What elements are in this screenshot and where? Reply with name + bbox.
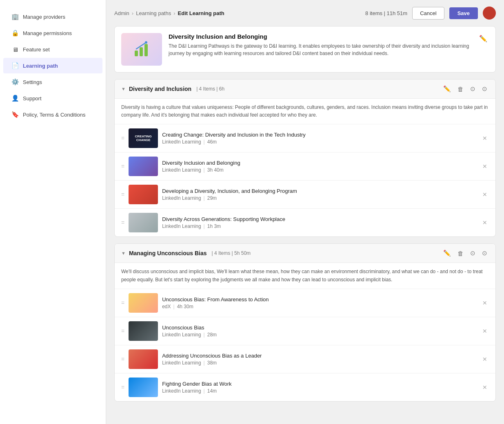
section-header-diversity-and-inclusion: ▼ Diversity and Inclusion | 4 Items | 6h… (115, 80, 495, 99)
course-item-diversity-across-generations: = Diversity Across Generations: Supporti… (115, 209, 495, 236)
svg-rect-2 (144, 44, 148, 56)
drag-handle-diversity-inclusion-belonging[interactable]: = (121, 163, 124, 170)
course-item-creating-change: = CREATING CHANGE Creating Change: Diver… (115, 124, 495, 152)
course-thumbnail-developing-program (129, 185, 158, 204)
course-remove-addressing-unconscious-bias[interactable]: ✕ (481, 354, 489, 364)
section-delete-diversity-and-inclusion[interactable]: 🗑 (456, 85, 465, 93)
course-title-diversity-inclusion-belonging: Diversity Inclusion and Belonging (162, 160, 477, 166)
drag-handle-unconscious-bias[interactable]: = (121, 328, 124, 334)
course-title-developing-program: Developing a Diversity, Inclusion, and B… (162, 188, 477, 194)
main-content: Admin › Learning paths › Edit Learning p… (106, 0, 504, 424)
path-edit-icon[interactable]: ✏️ (477, 33, 489, 44)
sidebar-icon-policy: 🔖 (11, 111, 19, 118)
course-title-diversity-across-generations: Diversity Across Generations: Supporting… (162, 216, 477, 222)
svg-rect-1 (140, 47, 143, 56)
course-duration-addressing-unconscious-bias: 38m (207, 360, 217, 366)
drag-handle-developing-program[interactable]: = (121, 191, 124, 198)
course-remove-unconscious-bias[interactable]: ✕ (481, 326, 489, 336)
section-down-diversity-and-inclusion[interactable]: ⊙ (480, 84, 489, 93)
section-up-managing-unconscious-bias[interactable]: ⊙ (468, 249, 477, 258)
sidebar-label-support: Support (23, 95, 42, 102)
sidebar-item-manage-permissions[interactable]: 🔒 Manage permissions (3, 25, 102, 41)
section-description-diversity-and-inclusion: Diversity is having a culture that value… (115, 99, 495, 124)
svg-rect-0 (135, 51, 138, 56)
section-header-managing-unconscious-bias: ▼ Managing Unconscious Bias | 4 Items | … (115, 244, 495, 263)
course-title-addressing-unconscious-bias: Addressing Unconscious Bias as a Leader (162, 353, 477, 359)
course-thumbnail-fighting-gender-bias (129, 378, 158, 397)
breadcrumb-learning-paths[interactable]: Learning paths (136, 10, 171, 16)
section-actions-managing-unconscious-bias: ✏️ 🗑 ⊙ ⊙ (442, 249, 489, 258)
collapse-icon-managing-unconscious-bias[interactable]: ▼ (121, 251, 126, 256)
topbar: Admin › Learning paths › Edit Learning p… (114, 7, 496, 20)
sidebar-label-settings: Settings (23, 79, 42, 85)
sidebar-item-feature-set[interactable]: 🖥 Feature set (3, 42, 102, 57)
avatar[interactable] (483, 7, 496, 20)
course-thumbnail-creating-change: CREATING CHANGE (129, 128, 158, 148)
course-title-fighting-gender-bias: Fighting Gender Bias at Work (162, 381, 477, 387)
cancel-button[interactable]: Cancel (412, 7, 444, 20)
section-down-managing-unconscious-bias[interactable]: ⊙ (480, 249, 489, 258)
sidebar-item-support[interactable]: 👤 Support (3, 91, 102, 106)
collapse-icon-diversity-and-inclusion[interactable]: ▼ (121, 86, 126, 91)
course-meta-fighting-gender-bias: LinkedIn Learning | 14m (162, 388, 477, 394)
course-provider-diversity-inclusion-belonging: LinkedIn Learning (162, 167, 201, 173)
drag-handle-unconscious-bias-awareness[interactable]: = (121, 300, 124, 306)
course-remove-creating-change[interactable]: ✕ (481, 133, 489, 143)
section-meta-diversity-and-inclusion: | 4 Items | 6h (196, 86, 224, 92)
course-info-developing-program: Developing a Diversity, Inclusion, and B… (162, 188, 477, 201)
course-info-creating-change: Creating Change: Diversity and Inclusion… (162, 132, 477, 145)
section-meta-managing-unconscious-bias: | 4 Items | 5h 50m (211, 250, 251, 256)
sidebar-item-manage-providers[interactable]: 🏢 Manage providers (3, 9, 102, 24)
course-meta-addressing-unconscious-bias: LinkedIn Learning | 38m (162, 360, 477, 366)
course-thumbnail-addressing-unconscious-bias (129, 349, 158, 369)
drag-handle-creating-change[interactable]: = (121, 135, 124, 141)
breadcrumb-sep1: › (132, 10, 133, 16)
course-info-unconscious-bias-awareness: Unconscious Bias: From Awareness to Acti… (162, 296, 477, 309)
course-provider-unconscious-bias-awareness: edX (162, 304, 171, 309)
section-up-diversity-and-inclusion[interactable]: ⊙ (468, 84, 477, 93)
course-duration-developing-program: 29m (207, 195, 217, 201)
section-edit-diversity-and-inclusion[interactable]: ✏️ (442, 84, 453, 93)
course-info-addressing-unconscious-bias: Addressing Unconscious Bias as a Leader … (162, 353, 477, 366)
course-title-unconscious-bias: Unconscious Bias (162, 325, 477, 331)
path-description: The D&I Learning Pathways is the gateway… (169, 42, 471, 57)
sidebar-icon-learning-path: 📄 (11, 62, 19, 69)
course-remove-diversity-inclusion-belonging[interactable]: ✕ (481, 161, 489, 171)
drag-handle-diversity-across-generations[interactable]: = (121, 219, 124, 226)
drag-handle-fighting-gender-bias[interactable]: = (121, 384, 124, 391)
course-meta-unconscious-bias: LinkedIn Learning | 28m (162, 332, 477, 338)
sidebar-label-learning-path: Learning path (23, 63, 58, 69)
sidebar-label-feature-set: Feature set (23, 46, 50, 53)
course-info-fighting-gender-bias: Fighting Gender Bias at Work LinkedIn Le… (162, 381, 477, 394)
course-duration-unconscious-bias: 28m (207, 332, 217, 338)
course-thumbnail-diversity-inclusion-belonging (129, 157, 158, 176)
course-provider-creating-change: LinkedIn Learning (162, 139, 201, 145)
section-description-managing-unconscious-bias: We'll discuss unconscious and implicit b… (115, 263, 495, 289)
course-remove-fighting-gender-bias[interactable]: ✕ (481, 382, 489, 392)
course-remove-developing-program[interactable]: ✕ (481, 190, 489, 199)
course-meta-diversity-across-generations: LinkedIn Learning | 1h 3m (162, 223, 477, 229)
sidebar-item-policy[interactable]: 🔖 Policy, Terms & Conditions (3, 107, 102, 122)
save-button[interactable]: Save (449, 7, 478, 19)
section-delete-managing-unconscious-bias[interactable]: 🗑 (456, 249, 465, 258)
course-item-addressing-unconscious-bias: = Addressing Unconscious Bias as a Leade… (115, 345, 495, 373)
sidebar: 🏢 Manage providers 🔒 Manage permissions … (0, 0, 106, 424)
course-meta-creating-change: LinkedIn Learning | 46m (162, 139, 477, 145)
sidebar-item-learning-path[interactable]: 📄 Learning path (3, 58, 102, 73)
course-duration-fighting-gender-bias: 14m (207, 388, 217, 394)
course-provider-developing-program: LinkedIn Learning (162, 195, 201, 201)
course-meta-diversity-inclusion-belonging: LinkedIn Learning | 3h 40m (162, 167, 477, 173)
sidebar-label-manage-permissions: Manage permissions (23, 30, 72, 36)
sidebar-item-settings[interactable]: ⚙️ Settings (3, 74, 102, 90)
path-header-card: Diversity Inclusion and Belonging The D&… (114, 26, 496, 73)
course-info-unconscious-bias: Unconscious Bias LinkedIn Learning | 28m (162, 325, 477, 338)
course-remove-diversity-across-generations[interactable]: ✕ (481, 218, 489, 227)
section-diversity-and-inclusion: ▼ Diversity and Inclusion | 4 Items | 6h… (114, 79, 496, 237)
course-remove-unconscious-bias-awareness[interactable]: ✕ (481, 298, 489, 308)
section-edit-managing-unconscious-bias[interactable]: ✏️ (442, 249, 453, 258)
course-info-diversity-inclusion-belonging: Diversity Inclusion and Belonging Linked… (162, 160, 477, 173)
drag-handle-addressing-unconscious-bias[interactable]: = (121, 356, 124, 362)
breadcrumb-admin[interactable]: Admin (114, 10, 129, 16)
breadcrumb: Admin › Learning paths › Edit Learning p… (114, 10, 224, 16)
path-header-thumbnail (121, 33, 162, 66)
